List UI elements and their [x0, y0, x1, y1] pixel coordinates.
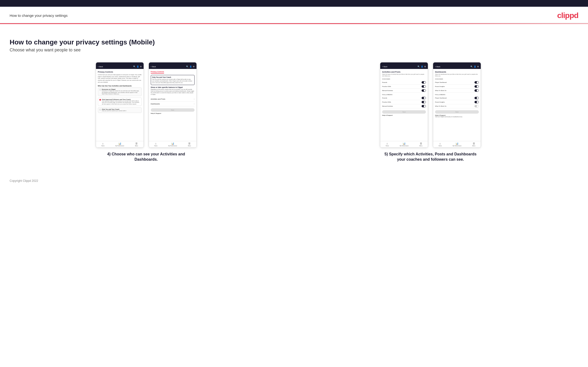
search-icon-3[interactable]: 🔍 — [417, 66, 420, 68]
screen4-save[interactable]: Save — [435, 110, 479, 114]
screen3-mockup: < Back 🔍 👤 ⚙ Activities and Posts Select… — [380, 62, 428, 148]
screen2-option-title: Only You and Your Coach — [152, 76, 193, 78]
screen3-back[interactable]: < Back — [382, 66, 388, 67]
screen3-coaches-rounds: Rounds — [382, 80, 426, 84]
screen1-back[interactable]: < Back — [98, 66, 103, 67]
screen4-back[interactable]: < Back — [435, 66, 440, 67]
screen2-body: Privacy Controls Only You and Your Coach… — [149, 69, 197, 141]
settings-icon-3[interactable]: ⚙ — [424, 66, 426, 68]
dashboards-link[interactable]: Dashboards › — [151, 102, 195, 106]
menu-icon-1: ☰ — [135, 142, 138, 145]
screen4-mockup: < Back 🔍 👤 ⚙ Dashboards Select the dashb… — [433, 62, 481, 148]
coaches-work-label: What To Work On — [435, 90, 446, 91]
top-bar — [0, 0, 588, 7]
followers-drills-toggle[interactable] — [422, 101, 426, 103]
screen2-mockup: < Back 🔍 👤 ⚙ Privacy Controls Only You a… — [149, 62, 197, 148]
followers-work-toggle[interactable] — [475, 105, 479, 107]
screen3-coaches-drills: Practice Drills — [382, 84, 426, 89]
option-everyone[interactable]: Everyone on Clippd Everyone on Clippd ca… — [98, 87, 142, 96]
option-you-coach-desc: Only you and the coaches you connect wit… — [102, 110, 127, 112]
nav-performance-3[interactable]: 📊 My Performance — [400, 142, 409, 147]
screen4-title: Dashboards — [435, 71, 479, 73]
profile-icon-2[interactable]: 👤 — [190, 66, 192, 68]
screen4-icons: 🔍 👤 ⚙ — [470, 66, 479, 68]
coaches-work-toggle[interactable] — [475, 89, 479, 92]
nav-home-2[interactable]: ⌂ Home — [154, 142, 157, 147]
screen2-back[interactable]: < Back — [151, 66, 156, 67]
nav-home-label-4: Home — [439, 145, 442, 147]
nav-performance-1[interactable]: 📊 My Performance — [115, 142, 124, 147]
header-divider — [0, 23, 588, 24]
home-icon-4: ⌂ — [439, 142, 441, 145]
coaches-insights-toggle[interactable] — [475, 85, 479, 88]
followers-rounds-toggle[interactable] — [422, 97, 426, 99]
nav-home-3[interactable]: ⌂ Home — [386, 142, 389, 147]
screen3-body: Activities and Posts Select the types of… — [380, 69, 428, 141]
screen2-nav: ⌂ Home 📊 My Performance ☰ Menu — [149, 141, 197, 148]
screen2-show-hide-title: Show or hide specific features in Clippd — [151, 86, 195, 88]
screen2-header: < Back 🔍 👤 ⚙ — [149, 64, 197, 69]
profile-icon-4[interactable]: 👤 — [474, 66, 476, 68]
page-heading: How to change your privacy settings (Mob… — [10, 38, 578, 46]
search-icon[interactable]: 🔍 — [133, 66, 136, 68]
nav-performance-4[interactable]: 📊 My Performance — [453, 142, 461, 147]
dashboards-label: Dashboards — [151, 103, 160, 105]
screen2-save[interactable]: Save — [151, 108, 195, 112]
settings-icon-4[interactable]: ⚙ — [477, 66, 479, 68]
settings-icon-2[interactable]: ⚙ — [193, 66, 195, 68]
nav-home-4[interactable]: ⌂ Home — [439, 142, 442, 147]
radio-approved[interactable] — [99, 99, 101, 101]
caption-right: 5) Specify which Activities, Posts and D… — [380, 151, 481, 162]
option-you-coach[interactable]: Only You and Your Coach Only you and the… — [98, 107, 142, 113]
activities-posts-link[interactable]: Activities and Posts › — [151, 97, 195, 102]
nav-performance-2[interactable]: 📊 My Performance — [168, 142, 177, 147]
search-icon-2[interactable]: 🔍 — [186, 66, 189, 68]
option-everyone-desc: Everyone on Clippd can search for you an… — [102, 90, 140, 95]
screen3-save[interactable]: Save — [382, 110, 426, 114]
screen1-mockup: < Back 🔍 👤 ⚙ Privacy Controls Control ho… — [96, 62, 144, 148]
coaches-player-toggle[interactable] — [475, 81, 479, 83]
screen4-nav: ⌂ Home 📊 My Performance ☰ Menu — [433, 141, 481, 148]
coaches-manual-toggle[interactable] — [422, 89, 426, 92]
screen2-tab[interactable]: Privacy Controls — [151, 71, 164, 74]
nav-menu-2[interactable]: ☰ Menu — [188, 142, 191, 147]
screen1-title: Privacy Controls — [98, 71, 142, 73]
right-section: < Back 🔍 👤 ⚙ Activities and Posts Select… — [283, 62, 578, 162]
followers-manual-toggle[interactable] — [422, 105, 426, 107]
nav-menu-label-2: Menu — [188, 145, 191, 147]
screen2-icons: 🔍 👤 ⚙ — [186, 66, 195, 68]
radio-everyone[interactable] — [99, 89, 101, 91]
chart-icon-3: 📊 — [403, 142, 406, 145]
nav-home-1[interactable]: ⌂ Home — [101, 142, 104, 147]
logo: clippd — [557, 11, 578, 20]
followers-player-toggle[interactable] — [475, 97, 479, 99]
option-approved[interactable]: Only Approved Followers and Your Coach O… — [98, 98, 142, 106]
nav-performance-label-2: My Performance — [168, 145, 177, 147]
settings-icon[interactable]: ⚙ — [140, 66, 142, 68]
screen4-desc: Select the dashboards that you'd like to… — [435, 74, 479, 77]
screen3-coaches-label: COACHES — [382, 78, 426, 80]
screen1-icons: 🔍 👤 ⚙ — [133, 66, 142, 68]
radio-you-coach[interactable] — [99, 109, 101, 110]
left-section: < Back 🔍 👤 ⚙ Privacy Controls Control ho… — [10, 62, 283, 162]
profile-icon-3[interactable]: 👤 — [421, 66, 423, 68]
nav-home-label-1: Home — [101, 145, 104, 147]
activities-posts-label: Activities and Posts — [151, 98, 165, 100]
screen3-nav: ⌂ Home 📊 My Performance ☰ Menu — [380, 141, 428, 148]
screen3-followers-rounds: Rounds — [382, 96, 426, 100]
search-icon-4[interactable]: 🔍 — [470, 66, 473, 68]
screen4-coaches-insights: Round Insights — [435, 84, 479, 89]
followers-player-label: Player Dashboard — [435, 97, 447, 99]
screen4-coaches-player: Player Dashboard — [435, 80, 479, 84]
nav-menu-1[interactable]: ☰ Menu — [135, 142, 138, 147]
nav-menu-4[interactable]: ☰ Menu — [472, 142, 476, 147]
coaches-rounds-toggle[interactable] — [422, 81, 426, 83]
screen2-option-box: Only You and Your Coach Only you and the… — [151, 75, 195, 85]
coaches-drills-toggle[interactable] — [422, 85, 426, 88]
nav-menu-3[interactable]: ☰ Menu — [419, 142, 423, 147]
followers-insights-toggle[interactable] — [475, 101, 479, 103]
home-icon: ⌂ — [102, 142, 104, 145]
caption-left: 4) Choose who can see your Activities an… — [101, 151, 192, 162]
screen3-followers-label: FOLLOWERS — [382, 94, 426, 95]
profile-icon[interactable]: 👤 — [137, 66, 139, 68]
